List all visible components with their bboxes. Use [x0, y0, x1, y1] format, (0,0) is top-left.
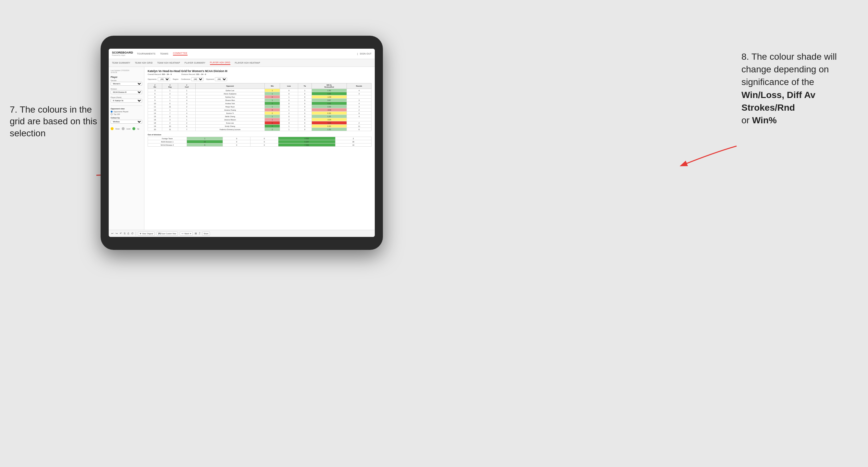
sidebar: Last Updated: 27/03/2024 16:55:38 Player… — [109, 67, 145, 230]
subnav-player-h2h-heatmap[interactable]: PLAYER H2H HEATMAP — [235, 61, 260, 65]
tablet-shell: SCOREBOARD Powered by clippd TOURNAMENTS… — [101, 36, 383, 250]
conference-filter: Conference (All) — [181, 77, 204, 81]
division-record: Division Record: 331 - 34 - 6 — [181, 73, 206, 75]
table-row: 522 Alexis Sudjianto 1 00 4.00 3 — [148, 92, 372, 95]
table-row: 1063 Andrea York 2 00 4.00 4 — [148, 102, 372, 105]
radio-opponents-played-dot — [111, 111, 113, 113]
col-loss: Loss — [280, 84, 298, 89]
save-custom-view-btn[interactable]: 💾 Save Custom View — [157, 232, 178, 236]
view-original-btn[interactable]: 👁 View: Original — [138, 232, 155, 236]
main-content: Last Updated: 27/03/2024 16:55:38 Player… — [109, 67, 375, 230]
colour-legend: Down Level Up — [111, 127, 142, 130]
redo-icon[interactable]: ↪ — [116, 232, 118, 235]
grid-icon[interactable]: ⊞ — [195, 232, 197, 235]
nav-right: | Sign out — [357, 53, 372, 55]
bottom-toolbar: ↩ ↪ ↶ ⎘ ⎙ ⏱ 👁 View: Original 💾 Save Cust… — [109, 230, 375, 237]
nav-teams[interactable]: TEAMS — [160, 53, 168, 55]
nav-items: TOURNAMENTS TEAMS COMMITTEE — [137, 52, 357, 56]
colour-by-title: Colour by — [111, 117, 142, 119]
table-row: 11112 Heejo Hyun 1 00 3.33 3 — [148, 105, 372, 108]
arrow-right-icon — [675, 143, 740, 169]
save-icon: 💾 — [158, 233, 161, 235]
region-filter: Region — [173, 78, 178, 80]
share-btn[interactable]: Share — [202, 232, 210, 236]
sidebar-player-rank-label: Player (Rank) — [111, 96, 142, 98]
table-row: 613 Sydney Kuo 0 10 -1.00 — [148, 95, 372, 99]
radio-opponents-played-label: Opponents Played — [114, 111, 128, 113]
sidebar-gender-label: Gender — [111, 80, 142, 82]
subnav-team-summary[interactable]: TEAM SUMMARY — [112, 61, 130, 65]
nav-pipe: | — [357, 53, 358, 55]
legend-level-circle — [122, 127, 125, 130]
main-data-table: #Div #Reg #Conf Opponent Win Loss Tie Di… — [148, 83, 372, 131]
top100-radio[interactable]: Top 100 — [111, 113, 142, 115]
overall-record: Overall Record: 353 - 34 - 6 — [148, 73, 172, 75]
clock-icon[interactable]: ⏱ — [131, 232, 134, 235]
sidebar-gender-select[interactable]: Women's — [111, 82, 142, 86]
table-row: 1311 Jessica Huang 0 10 -3.00 2 — [148, 108, 372, 112]
col-win: Win — [265, 84, 280, 89]
subnav-player-summary[interactable]: PLAYER SUMMARY — [185, 61, 206, 65]
col-conf: #Conf — [178, 84, 196, 89]
watch-icon: 👓 — [181, 233, 184, 235]
col-tie: Tie — [298, 84, 311, 89]
sidebar-player-rank-select[interactable]: 8. Katelyn Vo — [111, 99, 142, 102]
colour-by-select[interactable]: Win/loss — [111, 120, 142, 124]
table-row: 19106 Emily Chang 4 10 0.30 11 — [148, 125, 372, 128]
nav-tournaments[interactable]: TOURNAMENTS — [137, 53, 155, 55]
paste-icon[interactable]: ⎙ — [127, 232, 129, 235]
opponents-filter-select[interactable]: (All) — [158, 77, 170, 81]
radio-top100-dot — [111, 113, 113, 115]
col-reg: #Reg — [162, 84, 178, 89]
sidebar-division-select[interactable]: NCAA Division III — [111, 90, 142, 94]
sidebar-division-label: Division — [111, 88, 142, 90]
legend-down-circle — [111, 127, 114, 130]
col-opponent: Opponent — [196, 84, 265, 89]
grid-title: Katelyn Vo Head-to-Head Grid for Women's… — [148, 69, 372, 73]
table-row: 311 Esther Lee 1 01 1.50 4 — [148, 89, 372, 92]
legend-up-circle — [132, 127, 135, 130]
opponents-filter: Opponents: (All) — [148, 77, 170, 81]
grid-area: Katelyn Vo Head-to-Head Grid for Women's… — [145, 67, 375, 230]
col-diff: Diff AvStrokes/Rnd — [311, 84, 346, 89]
copy-icon[interactable]: ⎘ — [124, 232, 126, 235]
watch-chevron: ▾ — [190, 233, 191, 235]
subnav-player-h2h-grid[interactable]: PLAYER H2H GRID — [210, 61, 230, 65]
sub-nav: TEAM SUMMARY TEAM H2H GRID TEAM H2H HEAT… — [109, 59, 375, 67]
table-row: 1474 Eunice Yi 2 20 0.38 9 — [148, 112, 372, 115]
out-of-division-table: Foreign Team 1 00 4.500 2 NAIA Division … — [148, 136, 372, 147]
share-icon[interactable]: ⤴ — [199, 232, 200, 235]
subnav-team-h2h-heatmap[interactable]: TEAM H2H HEATMAP — [157, 61, 180, 65]
undo-icon[interactable]: ↩ — [111, 232, 114, 235]
sidebar-divider — [111, 105, 142, 106]
conference-filter-select[interactable]: (All) — [191, 77, 204, 81]
legend-level-label: Level — [127, 128, 130, 130]
out-of-division-header: Out of division — [148, 134, 372, 136]
opponent-filter: Opponent (All) — [206, 77, 227, 81]
logo: SCOREBOARD Powered by clippd — [112, 51, 137, 56]
watch-btn[interactable]: 👓 Watch ▾ — [180, 232, 192, 236]
table-row: 20117 Federica Domecq Lacroze 2 10 1.33 … — [148, 128, 372, 131]
legend-up-label: Up — [137, 128, 139, 130]
opponents-played-radio[interactable]: Opponents Played — [111, 111, 142, 113]
legend-down-label: Down — [116, 128, 120, 130]
annotation-right: 8. The colour shade will change dependin… — [741, 50, 862, 127]
table-row: NCAA Division 2 5 00 7.400 10 — [148, 144, 372, 147]
col-div: #Div — [148, 84, 162, 89]
nav-committee[interactable]: COMMITTEE — [173, 52, 188, 56]
subnav-team-h2h-grid[interactable]: TEAM H2H GRID — [135, 61, 153, 65]
back-icon[interactable]: ↶ — [120, 232, 122, 235]
top-nav: SCOREBOARD Powered by clippd TOURNAMENTS… — [109, 49, 375, 59]
opponent-view-title: Opponent view — [111, 108, 142, 110]
grid-records: Overall Record: 353 - 34 - 6 Division Re… — [148, 73, 372, 75]
opponent-filter-select[interactable]: (All) — [215, 77, 227, 81]
tablet-screen: SCOREBOARD Powered by clippd TOURNAMENTS… — [109, 49, 375, 237]
sidebar-player-title: Player — [111, 76, 142, 78]
nav-signout[interactable]: Sign out — [360, 53, 372, 55]
filter-row: Opponents: (All) Region Conference (All) — [148, 77, 372, 81]
radio-top100-label: Top 100 — [114, 113, 120, 115]
table-row: Foreign Team 1 00 4.500 2 — [148, 137, 372, 140]
table-row: 1631 Jessica Mason 1 20 -0.94 — [148, 118, 372, 121]
table-row: 1822 Euna Lee 0 30 -5.00 2 — [148, 121, 372, 125]
table-row: 1585 Stella Cheng 1 00 1.25 4 — [148, 115, 372, 118]
